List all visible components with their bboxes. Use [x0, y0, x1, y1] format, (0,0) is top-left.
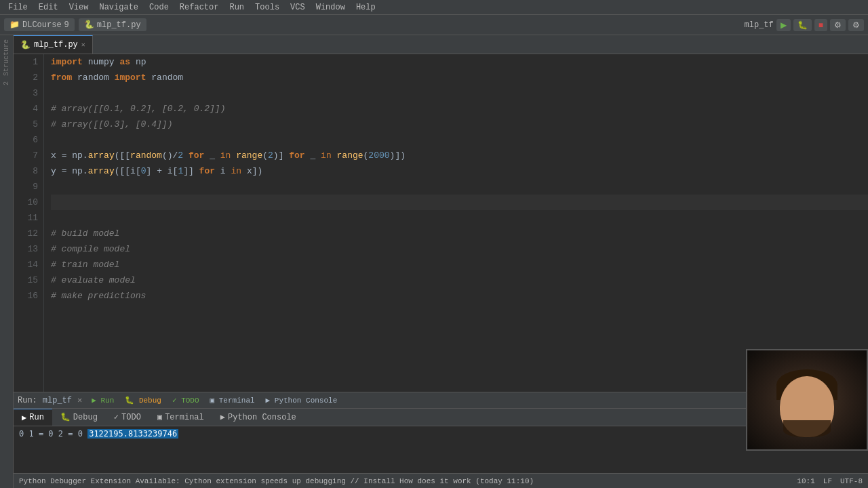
bottom-content: 0 1 = 0 2 = 0 3122195.8133239746 [14, 426, 868, 473]
run-run-button[interactable]: ▶ Run [87, 395, 118, 405]
code-line-6 [51, 132, 868, 148]
menu-view[interactable]: View [64, 0, 94, 14]
menu-run[interactable]: Run [224, 0, 250, 14]
project-name: DLCourse [22, 20, 62, 30]
run-label: Run: [18, 396, 37, 405]
tab-mlp-tf[interactable]: 🐍 mlp_tf.py ✕ [14, 35, 93, 54]
todo-tab-icon: ✓ [114, 412, 119, 422]
coverage-button[interactable]: ⚙ [830, 19, 846, 31]
todo-tab-label: TODO [121, 413, 141, 422]
build-number: 9 [64, 20, 69, 30]
code-line-16: # make predictions [51, 288, 868, 304]
menu-edit[interactable]: Edit [33, 0, 64, 14]
code-line-1: import numpy as np [51, 54, 868, 70]
code-line-9 [51, 179, 868, 195]
menu-refactor[interactable]: Refactor [174, 0, 224, 14]
tab-close-icon[interactable]: ✕ [81, 41, 85, 49]
run-tab-label: Run [29, 413, 44, 422]
debug-tab-label: Debug [73, 413, 98, 422]
run-btn-group: ▶ Run 🐛 Debug ✓ TODO ▣ Terminal ▶ Python… [87, 395, 341, 405]
code-line-15: # evaluate model [51, 272, 868, 288]
debug-tab-icon: 🐛 [60, 412, 71, 422]
file-name: mlp_tf.py [97, 20, 141, 30]
code-content[interactable]: import numpy as np from random import ra… [44, 54, 868, 392]
code-line-2: from random import random [51, 70, 868, 85]
output-prefix: 0 1 = 0 2 = 0 [19, 429, 87, 439]
python-file-icon: 🐍 [20, 40, 31, 50]
toolbar: 📁 DLCourse 9 🐍 mlp_tf.py mlp_tf ▶ 🐛 ■ ⚙ … [0, 15, 868, 35]
line-numbers: 1 2 3 4 5 6 7 8 9 10 11 12 13 14 15 16 [14, 54, 44, 392]
stop-button[interactable]: ■ [814, 19, 827, 31]
project-selector[interactable]: 📁 DLCourse 9 [4, 18, 75, 31]
bottom-tab-python-console[interactable]: ▶ Python Console [212, 409, 304, 426]
status-bar: Python Debugger Extension Available: Cyt… [14, 473, 868, 488]
file-icon: 🐍 [84, 20, 94, 30]
run-config-selector[interactable]: mlp_tf [745, 20, 774, 30]
run-bar: Run: mlp_tf ✕ ▶ Run 🐛 Debug ✓ TODO ▣ Ter… [14, 392, 868, 409]
toolbar-right: mlp_tf ▶ 🐛 ■ ⚙ ⚙ [745, 19, 864, 31]
menu-tools[interactable]: Tools [250, 0, 285, 14]
cursor-position: 10:1 [797, 477, 814, 485]
run-output: 0 1 = 0 2 = 0 3122195.8133239746 [19, 429, 178, 439]
terminal-tab-icon: ▣ [157, 412, 162, 422]
console-tab-label: Python Console [228, 413, 296, 422]
code-line-4: # array([[0.1, 0.2], [0.2, 0.2]]) [51, 101, 868, 117]
run-todo-button[interactable]: ✓ TODO [168, 395, 203, 405]
sidebar-structure[interactable]: Structure [1, 38, 12, 77]
tab-label: mlp_tf.py [34, 40, 78, 49]
sidebar-2[interactable]: 2 [1, 80, 12, 87]
bottom-tab-todo[interactable]: ✓ TODO [106, 409, 149, 426]
face-beard [783, 420, 831, 437]
menu-help[interactable]: Help [351, 0, 381, 14]
terminal-tab-label: Terminal [165, 413, 204, 422]
code-line-10 [51, 195, 868, 210]
code-line-3 [51, 85, 868, 101]
run-tab-icon: ▶ [22, 413, 26, 423]
debugger-notice: Python Debugger Extension Available: Cyt… [19, 477, 534, 485]
editor-area: 🐍 mlp_tf.py ✕ 1 2 3 4 5 6 7 8 9 10 11 12… [14, 35, 868, 488]
code-line-13: # compile model [51, 241, 868, 257]
settings-button[interactable]: ⚙ [848, 19, 864, 31]
menu-code[interactable]: Code [144, 0, 174, 14]
line-separator: LF [823, 477, 832, 485]
bottom-panel: Run: mlp_tf ✕ ▶ Run 🐛 Debug ✓ TODO ▣ Ter… [14, 392, 868, 473]
file-indicator[interactable]: 🐍 mlp_tf.py [79, 18, 146, 31]
bottom-tab-debug[interactable]: 🐛 Debug [52, 409, 106, 426]
menu-file[interactable]: File [3, 0, 33, 14]
code-line-7: x = np.array([[random()/2 for _ in range… [51, 148, 868, 163]
output-number: 3122195.8133239746 [87, 429, 178, 439]
code-editor[interactable]: 1 2 3 4 5 6 7 8 9 10 11 12 13 14 15 16 [14, 54, 868, 392]
code-line-11 [51, 210, 868, 226]
run-debug-button[interactable]: 🐛 Debug [121, 395, 165, 405]
main-area: Structure 2 🐍 mlp_tf.py ✕ 1 2 3 4 5 6 7 … [0, 35, 868, 488]
menu-vcs[interactable]: VCS [285, 0, 311, 14]
bottom-tabs: ▶ Run 🐛 Debug ✓ TODO ▣ Terminal ▶ Pyt [14, 409, 868, 426]
webcam-overlay [746, 349, 868, 451]
bottom-tab-terminal[interactable]: ▣ Terminal [149, 409, 212, 426]
code-line-8: y = np.array([[i[0] + i[1]] for i in x]) [51, 163, 868, 179]
menu-window[interactable]: Window [311, 0, 351, 14]
code-line-14: # train model [51, 257, 868, 272]
run-close[interactable]: ✕ [77, 395, 82, 405]
code-line-12: # build model [51, 226, 868, 241]
menu-navigate[interactable]: Navigate [94, 0, 144, 14]
run-button[interactable]: ▶ [776, 19, 791, 31]
left-sidebar: Structure 2 [0, 35, 14, 488]
run-console-button[interactable]: ▶ Python Console [262, 395, 342, 405]
status-right: 10:1 LF UTF-8 [797, 477, 863, 485]
encoding: UTF-8 [840, 477, 863, 485]
tabs-bar: 🐍 mlp_tf.py ✕ [14, 35, 868, 54]
run-terminal-button[interactable]: ▣ Terminal [206, 395, 259, 405]
status-left: Python Debugger Extension Available: Cyt… [19, 477, 534, 485]
run-name: mlp_tf [43, 396, 72, 405]
webcam-face [747, 350, 867, 449]
debug-button[interactable]: 🐛 [793, 19, 812, 31]
folder-icon: 📁 [9, 20, 20, 30]
bottom-tab-run[interactable]: ▶ Run [14, 409, 52, 426]
code-line-5: # array([[0.3], [0.4]]) [51, 117, 868, 132]
face-shape [780, 376, 834, 437]
console-tab-icon: ▶ [220, 412, 225, 422]
menu-bar: File Edit View Navigate Code Refactor Ru… [0, 0, 868, 15]
